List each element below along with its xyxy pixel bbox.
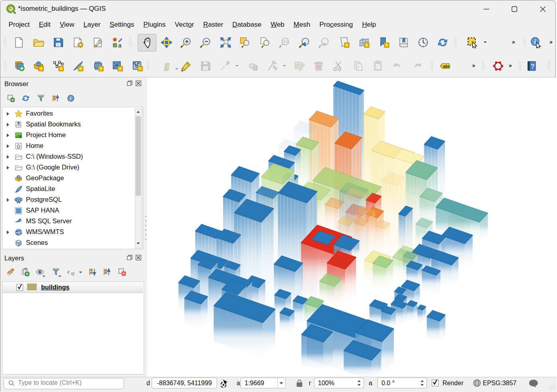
svg-text:1:1: 1:1 [283, 39, 288, 43]
svg-text:?: ? [531, 63, 535, 70]
svg-text:i: i [534, 38, 536, 45]
svg-text:ε: ε [67, 268, 70, 275]
svg-text:abc: abc [443, 64, 450, 69]
svg-text:a: a [118, 42, 122, 48]
